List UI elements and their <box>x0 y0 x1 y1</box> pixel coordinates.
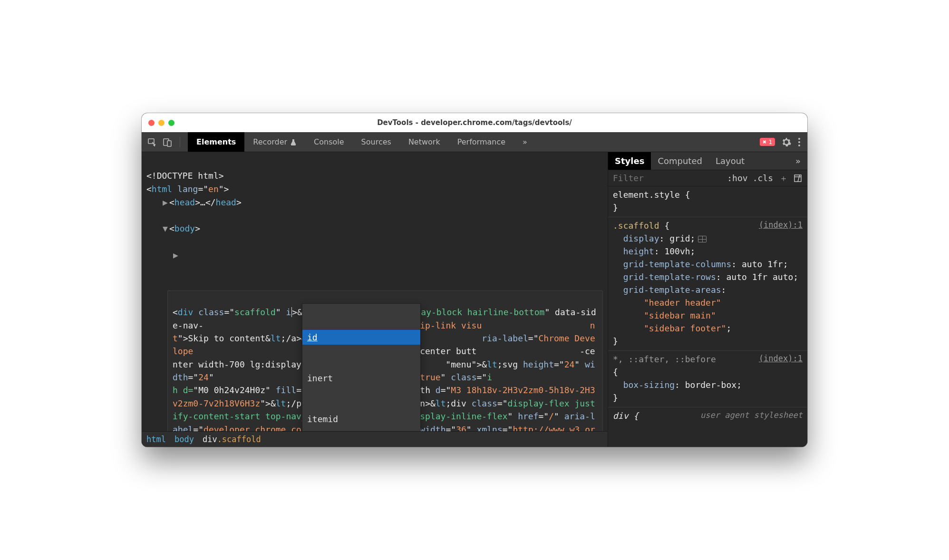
rendering-emulations-icon[interactable] <box>794 174 804 182</box>
body-tag: body <box>174 223 195 233</box>
autocomplete-label: inert <box>307 373 333 383</box>
elements-panel: <!DOCTYPE html> <html lang="en"> ▶<head>… <box>142 152 608 447</box>
attribute-autocomplete: id inert itemid itemprop itemref itemsco… <box>302 303 421 431</box>
selector: div <box>613 411 629 421</box>
css-property: display <box>623 233 659 243</box>
error-count: 1 <box>768 138 772 145</box>
user-agent-label: user agent stylesheet <box>700 409 803 422</box>
autocomplete-label: id <box>307 332 318 342</box>
tab-label: Layout <box>716 156 745 166</box>
styles-filter-input[interactable] <box>612 173 659 183</box>
breadcrumb[interactable]: div.scaffold <box>203 434 261 444</box>
device-toolbar-icon[interactable] <box>163 137 172 147</box>
expand-triangle-icon[interactable]: ▶ <box>173 249 180 262</box>
new-style-rule-button[interactable]: ＋ <box>779 173 788 184</box>
tab-label: Computed <box>658 156 702 166</box>
editing-node[interactable]: <div class="scaffold" i>&lt;top-nav clas… <box>167 290 603 431</box>
gear-icon[interactable] <box>782 137 791 147</box>
sidebar-tabs: Styles Computed Layout » <box>608 152 807 170</box>
styles-filter-bar: :hov .cls ＋ <box>608 170 807 186</box>
sidebar-tab-layout[interactable]: Layout <box>709 152 751 170</box>
css-property: grid-template-columns <box>623 259 732 269</box>
typed-text: i <box>286 307 291 317</box>
tab-performance[interactable]: Performance <box>449 132 514 152</box>
toolbar-divider <box>180 137 180 147</box>
autocomplete-item[interactable]: itemid <box>302 412 420 426</box>
autocomplete-item[interactable]: inert <box>302 371 420 386</box>
selector: .scaffold <box>613 221 659 231</box>
error-x-icon: ✖ <box>763 138 766 145</box>
svg-point-3 <box>798 138 800 140</box>
rule-user-agent[interactable]: user agent stylesheet div { <box>608 407 807 425</box>
css-value: "sidebar main" <box>644 310 716 320</box>
autocomplete-label: itemid <box>307 414 338 424</box>
tab-sources[interactable]: Sources <box>353 132 400 152</box>
css-value: "sidebar footer" <box>644 323 726 333</box>
svg-point-5 <box>798 145 800 146</box>
css-value: auto 1fr <box>742 259 783 269</box>
tab-network[interactable]: Network <box>400 132 449 152</box>
head-tag: head <box>174 197 195 207</box>
main-split: <!DOCTYPE html> <html lang="en"> ▶<head>… <box>142 152 807 447</box>
panel-tabs: Elements Recorder Console Sources Networ… <box>188 132 536 152</box>
close-window-button[interactable] <box>148 120 155 126</box>
tab-label: Elements <box>196 137 236 146</box>
tabs-overflow[interactable]: » <box>514 132 536 152</box>
svg-rect-2 <box>167 141 171 146</box>
rule-universal[interactable]: (index):1 *, ::after, ::before{ box-sizi… <box>608 351 807 407</box>
css-property: grid-template-areas <box>623 285 721 295</box>
kebab-menu-icon[interactable] <box>798 137 801 147</box>
css-property: box-sizing <box>623 380 675 390</box>
expand-triangle-icon[interactable]: ▶ <box>163 196 169 209</box>
tab-label: Network <box>408 137 440 146</box>
inspect-element-icon[interactable] <box>147 137 157 147</box>
main-toolbar: Elements Recorder Console Sources Networ… <box>142 132 807 152</box>
sidebar-tab-styles[interactable]: Styles <box>608 152 651 170</box>
selector: *, ::after, ::before <box>613 354 716 364</box>
chevron-icon: » <box>795 156 801 166</box>
devtools-window: DevTools - developer.chrome.com/tags/dev… <box>142 113 807 447</box>
tab-label: Console <box>314 137 344 146</box>
attr-name: class <box>198 307 224 317</box>
tab-label: Styles <box>615 156 644 166</box>
tab-label: Sources <box>361 137 391 146</box>
collapse-triangle-icon[interactable]: ▼ <box>163 222 169 235</box>
div-tag: div <box>178 307 194 317</box>
breadcrumb[interactable]: body <box>174 434 194 444</box>
breadcrumb[interactable]: html <box>146 434 166 444</box>
css-value: grid <box>669 233 690 243</box>
sidebar-tab-computed[interactable]: Computed <box>651 152 709 170</box>
cls-toggle[interactable]: .cls <box>753 173 773 183</box>
html-tag: html <box>152 184 172 194</box>
hov-toggle[interactable]: :hov <box>727 173 747 183</box>
window-titlebar: DevTools - developer.chrome.com/tags/dev… <box>142 113 807 132</box>
window-title: DevTools - developer.chrome.com/tags/dev… <box>142 118 807 127</box>
css-value: "header header" <box>644 298 721 308</box>
autocomplete-item[interactable]: id <box>302 330 420 345</box>
tab-console[interactable]: Console <box>305 132 353 152</box>
rule-scaffold[interactable]: (index):1 .scaffold { display: grid; hei… <box>608 217 807 351</box>
chevron-icon: » <box>523 137 527 146</box>
attr-name: lang <box>177 184 198 194</box>
tab-recorder[interactable]: Recorder <box>244 132 305 152</box>
css-value: border-box <box>685 380 736 390</box>
css-property: grid-template-rows <box>623 272 716 282</box>
error-badge[interactable]: ✖ 1 <box>760 138 775 146</box>
grid-badge-icon[interactable] <box>698 236 707 242</box>
doctype-line: <!DOCTYPE html> <box>146 171 224 181</box>
style-rules: element.style { } (index):1 .scaffold { … <box>608 186 807 447</box>
selector: element.style <box>613 190 680 200</box>
sidebar-tabs-overflow[interactable]: » <box>789 152 807 170</box>
minimize-window-button[interactable] <box>158 120 165 126</box>
tab-elements[interactable]: Elements <box>188 132 244 152</box>
dom-tree[interactable]: <!DOCTYPE html> <html lang="en"> ▶<head>… <box>142 152 608 431</box>
zoom-window-button[interactable] <box>168 120 174 126</box>
rule-element-style[interactable]: element.style { } <box>608 186 807 217</box>
rule-source-link[interactable]: (index):1 <box>759 353 803 365</box>
tab-label: Recorder <box>253 137 287 146</box>
rule-source-link[interactable]: (index):1 <box>759 219 803 232</box>
css-value: 100vh <box>664 246 690 256</box>
css-value: auto 1fr auto <box>726 272 793 282</box>
class-value: scaffold <box>234 307 276 317</box>
svg-point-4 <box>798 141 800 143</box>
